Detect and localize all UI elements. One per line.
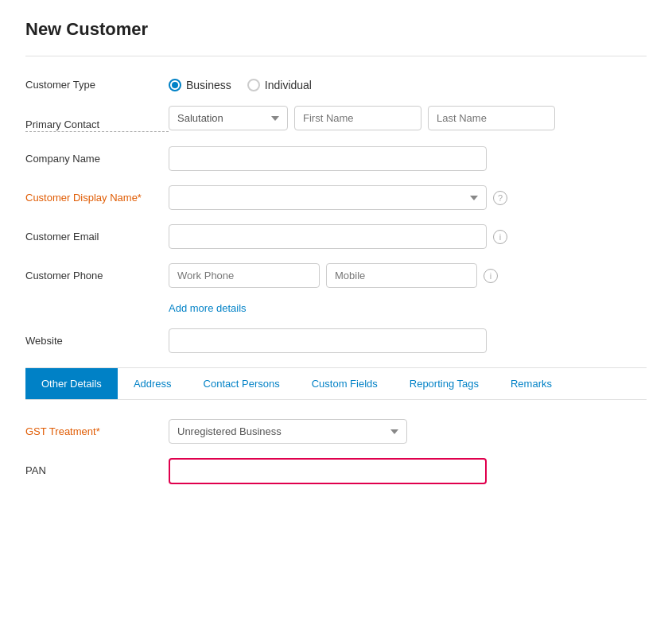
pan-row: PAN — [25, 458, 647, 484]
tab-other-details[interactable]: Other Details — [25, 368, 118, 399]
customer-phone-controls: i — [169, 263, 647, 288]
website-input[interactable] — [169, 328, 487, 353]
gst-treatment-label: GST Treatment* — [25, 419, 169, 437]
website-label: Website — [25, 328, 169, 347]
tab-reporting-tags[interactable]: Reporting Tags — [394, 368, 495, 399]
business-label: Business — [186, 79, 231, 91]
pan-label: PAN — [25, 458, 169, 476]
customer-type-label: Customer Type — [25, 72, 169, 91]
individual-option[interactable]: Individual — [247, 79, 312, 91]
customer-email-label: Customer Email — [25, 224, 169, 243]
primary-contact-controls: Salutation Mr. Mrs. Ms. Dr. — [169, 106, 647, 130]
display-name-question-icon[interactable]: ? — [493, 191, 507, 205]
website-controls — [169, 328, 647, 353]
title-divider — [25, 56, 647, 56]
company-name-row: Company Name — [25, 146, 647, 171]
individual-radio[interactable] — [247, 79, 260, 91]
primary-contact-row: Primary Contact Salutation Mr. Mrs. Ms. … — [25, 106, 647, 132]
company-name-label: Company Name — [25, 146, 169, 165]
customer-display-label: Customer Display Name* — [25, 185, 169, 205]
mobile-input[interactable] — [326, 263, 477, 288]
customer-email-input[interactable] — [169, 224, 487, 249]
pan-input[interactable] — [169, 458, 487, 484]
customer-phone-row: Customer Phone i — [25, 263, 647, 288]
customer-display-name-row: Customer Display Name* ? — [25, 185, 647, 210]
business-option[interactable]: Business — [169, 79, 231, 91]
customer-type-row: Customer Type Business Individual — [25, 72, 647, 91]
company-name-controls — [169, 146, 647, 171]
page-title: New Customer — [25, 19, 647, 40]
first-name-input[interactable] — [294, 106, 421, 130]
gst-treatment-row: GST Treatment* Unregistered Business Reg… — [25, 419, 647, 444]
gst-treatment-select[interactable]: Unregistered Business Registered Busines… — [169, 419, 407, 444]
customer-email-controls: i — [169, 224, 647, 249]
tabs-container: Other Details Address Contact Persons Cu… — [25, 367, 647, 400]
add-more-details-link[interactable]: Add more details — [169, 302, 647, 314]
tab-contact-persons[interactable]: Contact Persons — [188, 368, 296, 399]
company-name-input[interactable] — [169, 146, 487, 171]
tab-address[interactable]: Address — [118, 368, 188, 399]
customer-type-controls: Business Individual — [169, 72, 647, 91]
work-phone-input[interactable] — [169, 263, 320, 288]
primary-contact-label: Primary Contact — [25, 112, 169, 132]
customer-phone-label: Customer Phone — [25, 263, 169, 281]
business-radio[interactable] — [169, 79, 181, 91]
customer-display-controls: ? — [169, 185, 647, 210]
customer-email-row: Customer Email i — [25, 224, 647, 249]
last-name-input[interactable] — [428, 106, 555, 130]
website-row: Website — [25, 328, 647, 353]
customer-display-select[interactable] — [169, 185, 487, 210]
salutation-select[interactable]: Salutation Mr. Mrs. Ms. Dr. — [169, 106, 288, 130]
tab-remarks[interactable]: Remarks — [495, 368, 568, 399]
email-info-icon[interactable]: i — [493, 230, 507, 244]
gst-treatment-controls: Unregistered Business Registered Busines… — [169, 419, 647, 444]
phone-info-icon[interactable]: i — [484, 269, 498, 283]
individual-label: Individual — [265, 79, 312, 91]
pan-controls — [169, 458, 647, 484]
tab-custom-fields[interactable]: Custom Fields — [296, 368, 394, 399]
